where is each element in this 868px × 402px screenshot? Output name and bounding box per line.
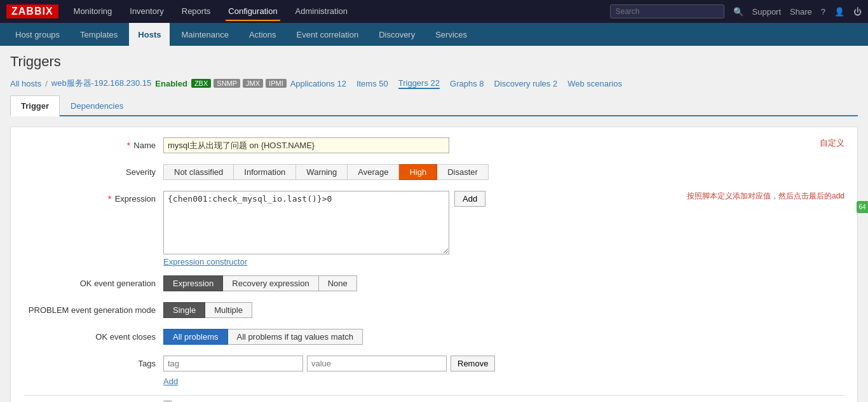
expression-constructor-link[interactable]: Expression constructor [163, 257, 674, 267]
tag-zbx[interactable]: ZBX [191, 79, 211, 88]
breadcrumb-host-name[interactable]: web服务器-192.168.230.15 [51, 78, 152, 89]
severity-label: Severity [24, 164, 163, 177]
breadcrumb-links: Applications 12 Items 50 Triggers 22 Gra… [290, 78, 622, 89]
logo: ZABBIX [6, 4, 58, 18]
severity-average[interactable]: Average [348, 164, 399, 180]
severity-group: Not classified Information Warning Avera… [163, 164, 844, 180]
breadcrumb-all-hosts[interactable]: All hosts [10, 79, 41, 88]
breadcrumb-separator: / [45, 79, 48, 88]
tag-snmp[interactable]: SNMP [214, 79, 240, 88]
problem-event-mode-control: Single Multiple [163, 302, 844, 318]
expression-row: * Expression {chen001:check_mysql_io.las… [24, 191, 844, 267]
ok-event-closes-group: All problems All problems if tag values … [163, 329, 844, 345]
tags-container: Remove Add [163, 356, 844, 386]
ok-event-closes-row: OK event closes All problems All problem… [24, 329, 844, 347]
severity-information[interactable]: Information [234, 164, 296, 180]
tags-label: Tags [24, 356, 163, 368]
expression-label: * Expression [24, 191, 163, 204]
logout-icon[interactable]: ⏻ [853, 7, 862, 17]
subnav-services[interactable]: Services [426, 23, 476, 46]
add-tag-link[interactable]: Add [163, 377, 844, 386]
search-icon[interactable]: 🔍 [733, 7, 743, 17]
ok-event-all-problems-btn[interactable]: All problems [163, 329, 228, 345]
host-enabled-status: Enabled [155, 79, 187, 88]
expression-required-marker: * [108, 194, 111, 204]
nav-monitoring[interactable]: Monitoring [71, 3, 115, 21]
subnav-host-groups[interactable]: Host groups [6, 23, 69, 46]
top-navigation: ZABBIX Monitoring Inventory Reports Conf… [0, 0, 868, 23]
tag-row: Remove [163, 356, 844, 371]
subnav-discovery[interactable]: Discovery [370, 23, 424, 46]
subnav-templates[interactable]: Templates [71, 23, 126, 46]
severity-disaster[interactable]: Disaster [437, 164, 489, 180]
subnav-event-correlation[interactable]: Event correlation [288, 23, 368, 46]
tag-value-input[interactable] [307, 356, 447, 371]
expression-textarea[interactable]: {chen001:check_mysql_io.last()}>0 [163, 191, 449, 254]
ok-event-generation-label: OK event generation [24, 275, 163, 288]
tab-dependencies[interactable]: Dependencies [60, 95, 134, 116]
breadcrumb-graphs[interactable]: Graphs 8 [450, 79, 484, 88]
tags-row: Tags Remove Add [24, 356, 844, 386]
nav-administration[interactable]: Administration [293, 3, 350, 21]
ok-event-expression-btn[interactable]: Expression [163, 275, 223, 291]
tag-input[interactable] [163, 356, 303, 371]
problem-event-multiple-btn[interactable]: Multiple [205, 302, 252, 318]
name-row: * Name 自定义 [24, 137, 844, 155]
tag-ipmi[interactable]: IPMI [266, 79, 287, 88]
scrollbar-badge[interactable]: 64 [857, 201, 868, 213]
page-title: Triggers [10, 53, 858, 70]
tags-control: Remove Add [163, 356, 844, 386]
expression-input-row: {chen001:check_mysql_io.last()}>0 Add [163, 191, 674, 254]
expression-hint: 按照脚本定义添加对应值，然后点击最后的add [687, 191, 844, 202]
user-icon[interactable]: 👤 [834, 7, 844, 17]
ok-event-closes-label: OK event closes [24, 329, 163, 342]
severity-warning[interactable]: Warning [296, 164, 348, 180]
nav-reports[interactable]: Reports [179, 3, 214, 21]
name-hint: 自定义 [820, 137, 844, 149]
support-link[interactable]: Support [752, 7, 782, 17]
ok-event-none-btn[interactable]: None [319, 275, 357, 291]
breadcrumb-items[interactable]: Items 50 [356, 79, 388, 88]
ok-event-generation-group: Expression Recovery expression None [163, 275, 844, 291]
problem-event-single-btn[interactable]: Single [163, 302, 205, 318]
breadcrumb-web-scenarios[interactable]: Web scenarios [567, 79, 622, 88]
host-tags: ZBX SNMP JMX IPMI [191, 79, 287, 88]
top-nav-items: Monitoring Inventory Reports Configurati… [71, 3, 610, 21]
subnav-maintenance[interactable]: Maintenance [172, 23, 237, 46]
ok-event-recovery-btn[interactable]: Recovery expression [223, 275, 318, 291]
nav-inventory[interactable]: Inventory [127, 3, 166, 21]
name-input[interactable] [163, 137, 449, 153]
expression-add-button[interactable]: Add [454, 191, 485, 207]
tab-strip: Trigger Dependencies [10, 95, 858, 116]
name-control [163, 137, 807, 153]
tag-remove-button[interactable]: Remove [451, 356, 495, 371]
severity-not-classified[interactable]: Not classified [163, 164, 234, 180]
name-required-marker: * [127, 141, 130, 150]
ok-event-closes-control: All problems All problems if tag values … [163, 329, 844, 345]
severity-row: Severity Not classified Information Warn… [24, 164, 844, 182]
breadcrumb-applications[interactable]: Applications 12 [290, 79, 346, 88]
tab-trigger[interactable]: Trigger [10, 95, 60, 116]
ok-event-tag-values-btn[interactable]: All problems if tag values match [228, 329, 363, 345]
breadcrumb-triggers[interactable]: Triggers 22 [398, 78, 440, 89]
search-input[interactable] [610, 4, 724, 18]
tag-jmx[interactable]: JMX [243, 79, 263, 88]
ok-event-generation-control: Expression Recovery expression None [163, 275, 844, 291]
help-icon[interactable]: ? [821, 7, 825, 17]
problem-event-mode-label: PROBLEM event generation mode [24, 302, 163, 315]
subnav-hosts[interactable]: Hosts [129, 23, 170, 46]
severity-high[interactable]: High [399, 164, 437, 180]
problem-event-mode-row: PROBLEM event generation mode Single Mul… [24, 302, 844, 320]
subnav-actions[interactable]: Actions [240, 23, 285, 46]
problem-event-mode-group: Single Multiple [163, 302, 844, 318]
expression-control: {chen001:check_mysql_io.last()}>0 Add Ex… [163, 191, 674, 267]
sub-navigation: Host groups Templates Hosts Maintenance … [0, 23, 868, 46]
severity-control: Not classified Information Warning Avera… [163, 164, 844, 180]
breadcrumb-discovery-rules[interactable]: Discovery rules 2 [494, 79, 558, 88]
page-content: Triggers All hosts / web服务器-192.168.230.… [0, 46, 868, 402]
share-link[interactable]: Share [790, 7, 812, 17]
nav-configuration[interactable]: Configuration [226, 3, 280, 21]
ok-event-generation-row: OK event generation Expression Recovery … [24, 275, 844, 293]
top-nav-right: 🔍 Support Share ? 👤 ⏻ [610, 4, 862, 18]
form-area: * Name 自定义 Severity Not classified Infor… [10, 127, 858, 402]
